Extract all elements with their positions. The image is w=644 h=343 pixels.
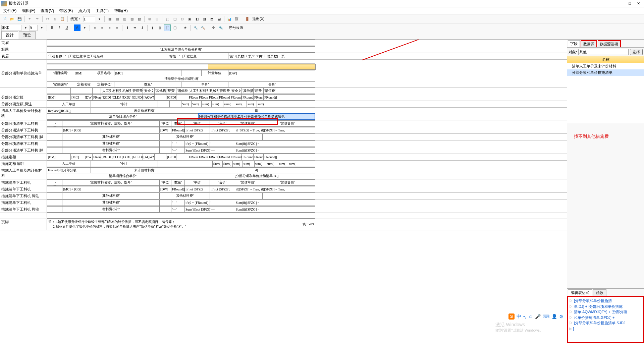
va-mid-icon[interactable]: ⬌ (131, 24, 138, 31)
rtab-fields[interactable]: 字段 (568, 40, 580, 47)
menu-band[interactable]: 带区(B) (57, 7, 75, 14)
b1-icon[interactable]: ⬚ (164, 16, 171, 22)
b4-icon[interactable]: ▣ (186, 16, 193, 22)
font-select[interactable] (1, 25, 21, 31)
star-icon[interactable]: ★ (182, 24, 189, 31)
report-title[interactable]: '工程量清单综合单价分析表' (47, 47, 315, 53)
img-icon[interactable]: 🖼 (233, 16, 240, 22)
va-bot-icon[interactable]: ⬇ (139, 24, 146, 31)
menu-edit[interactable]: 编辑(E) (20, 7, 37, 14)
al-right-icon[interactable]: ≡ (106, 24, 113, 31)
ds-item-1[interactable]: 分部分项和单价措施清单 (567, 69, 644, 76)
b6-icon[interactable]: ◨ (201, 16, 208, 22)
toolbar-2: ▾ ▾ B I U A ▾ ≡ ≡ ≡ ≡ ⬆ ⬌ ⬇ ▮ ▯ ⬚ ◫ ★ 🔧 … (0, 23, 644, 32)
rtab-datasource[interactable]: 数据源 (581, 40, 597, 47)
menu-insert[interactable]: 插入(I) (76, 7, 92, 14)
filter-input[interactable] (578, 49, 629, 55)
menu-help[interactable]: 帮助(H) (112, 7, 130, 14)
t1-icon[interactable]: 🔧 (192, 24, 199, 31)
band-header[interactable]: 页眉 (0, 40, 47, 46)
wrap2-icon[interactable]: ▯ (157, 24, 163, 31)
linewidth-input[interactable] (83, 16, 95, 22)
name-header: 名称 (567, 56, 644, 63)
cell-page[interactable]: '第' +[页数]+ '页'+' '+'共' +[总页数]+ '页' (228, 53, 315, 59)
band-sub2[interactable]: 清单人工单价及未计价材料 (0, 108, 47, 120)
grid1-icon[interactable]: ▦ (106, 16, 113, 22)
wrap3-icon[interactable]: ⬚ (164, 24, 171, 31)
open-icon[interactable]: 📂 (9, 16, 15, 22)
t3-icon[interactable]: ⚙ (210, 24, 217, 31)
font-drop-icon[interactable]: ▾ (22, 24, 29, 31)
size-drop-icon[interactable]: ▾ (38, 24, 45, 31)
design-surface[interactable]: 页眉 标题 '工程量清单综合单价分析表' 表眉 '工程名称：'+[工程信息\单位… (0, 40, 567, 343)
footer-page[interactable]: '表一-09' (265, 219, 315, 230)
cell-biaoduan[interactable]: '标段：'+[工程信息 (168, 53, 228, 59)
menu-file[interactable]: 文件(F) (1, 7, 18, 14)
redo-icon[interactable]: ↷ (34, 16, 41, 22)
al-just-icon[interactable]: ≡ (114, 24, 120, 31)
maximize-icon[interactable]: □ (629, 1, 631, 6)
band-title[interactable]: 标题 (0, 46, 47, 53)
band-group1[interactable]: 分部分项和单价措施清单 (0, 70, 47, 88)
b3-icon[interactable]: ⊡ (179, 16, 185, 22)
rtab-dsopt[interactable]: 数据源选项 (598, 40, 621, 47)
app-title: 报表设计器 (9, 1, 619, 6)
va-top-icon[interactable]: ⬆ (124, 24, 131, 31)
selected-cell[interactable]: [分部分项和单价措施清单.DJ] + [分部分项和单价措施清单. (198, 114, 315, 120)
menu-tool[interactable]: 工具(T) (94, 7, 111, 14)
copy-icon[interactable]: ⎘ (52, 16, 58, 22)
cell-projname[interactable]: '工程名称：'+[工程信息\单位工程名称] (47, 53, 168, 59)
new-icon[interactable]: 📄 (1, 16, 8, 22)
expr-tab-func[interactable]: 函数 (593, 289, 606, 296)
band-footer[interactable]: 页脚 (0, 219, 47, 230)
split-icon[interactable]: ⊟ (154, 16, 160, 22)
grid5-icon[interactable]: ▨ (136, 16, 143, 22)
chart-icon[interactable]: 📊 (226, 16, 233, 22)
band-tableheader[interactable]: 表眉 (0, 53, 47, 59)
color-drop-icon[interactable]: ▾ (81, 24, 88, 31)
fontsize-input[interactable] (30, 25, 38, 31)
t2-icon[interactable]: 🔨 (200, 24, 206, 31)
al-center-icon[interactable]: ≡ (99, 24, 106, 31)
filter-label: 对象: (569, 50, 577, 55)
grid2-icon[interactable]: ▤ (114, 16, 120, 22)
dropdown-icon[interactable]: ▾ (96, 16, 103, 22)
b8-icon[interactable]: ⬓ (216, 16, 222, 22)
b5-icon[interactable]: ◧ (194, 16, 200, 22)
band-sub1foot[interactable]: 分部分项定额 脚注 (0, 101, 47, 107)
grid3-icon[interactable]: ▥ (121, 16, 128, 22)
expr-tab-edit[interactable]: 编辑表达式 (568, 289, 592, 296)
menu-view[interactable]: 查看(V) (39, 7, 56, 14)
wrap1-icon[interactable]: ▮ (149, 24, 156, 31)
b2-icon[interactable]: ◫ (171, 16, 178, 22)
wrap4-icon[interactable]: ◫ (171, 24, 178, 31)
bold-icon[interactable]: B (49, 24, 55, 31)
ime-emoji-icon: ☺ (528, 314, 533, 319)
datasource-list[interactable]: 清单人工单价及未计价材料 分部分项和单价措施清单 (567, 63, 644, 123)
cut-icon[interactable]: ✂ (44, 16, 51, 22)
b7-icon[interactable]: ⬒ (208, 16, 215, 22)
fontcolor-icon[interactable]: A (74, 24, 80, 31)
expression-editor[interactable]: [分部分项和单价措施清 单.DJ] + [分部分项和单价措施 清单.AQWMDJ… (567, 296, 644, 343)
paste-icon[interactable]: 📋 (59, 16, 66, 22)
save-icon[interactable]: 💾 (16, 16, 23, 22)
tab-design[interactable]: 设计 (1, 31, 18, 39)
grid4-icon[interactable]: ▧ (128, 16, 135, 22)
underline-icon[interactable]: U (63, 24, 70, 31)
minimize-icon[interactable]: — (619, 1, 623, 6)
exit-icon[interactable]: 🚪 (244, 16, 251, 22)
band-sub1[interactable]: 分部分项定额 (0, 94, 47, 101)
italic-icon[interactable]: I (56, 24, 63, 31)
exit-label[interactable]: 退出(X) (251, 16, 266, 21)
seq-label[interactable]: 序号设置 (228, 25, 245, 30)
tab-preview[interactable]: 预览 (19, 31, 36, 39)
undo-icon[interactable]: ↶ (26, 16, 33, 22)
footer-note[interactable]: '注：1.如不使用升级或行业建设主管部门发布的计价依据，可不填定额项目、编号等；… (47, 219, 265, 230)
t4-icon[interactable]: 🔩 (217, 24, 224, 31)
al-left-icon[interactable]: ≡ (92, 24, 98, 31)
ds-item-0[interactable]: 清单人工单价及未计价材料 (567, 63, 644, 69)
windows-watermark: 激活 Windows 转到"设置"以激活 Windows。 (495, 322, 544, 333)
close-icon[interactable]: ✕ (637, 1, 640, 6)
select-button[interactable]: 选择 (630, 49, 643, 55)
merge-icon[interactable]: ⊞ (146, 16, 153, 22)
